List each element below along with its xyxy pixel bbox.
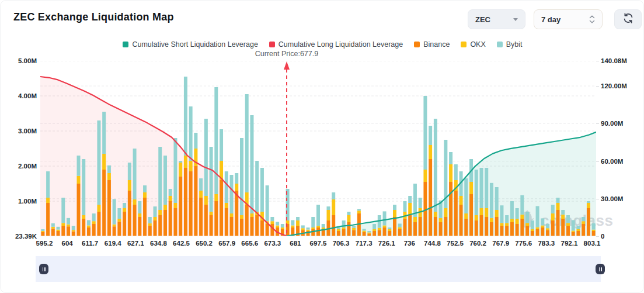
x-axis-tick: 803.1 [572, 240, 612, 247]
legend-swatch [269, 42, 275, 47]
legend-swatch [123, 42, 128, 47]
zoom-brush-track[interactable] [36, 256, 601, 282]
right-axis-tick: 140.08M [601, 57, 642, 65]
chevron-down-icon [513, 18, 518, 21]
brush-handle-right[interactable] [596, 264, 605, 274]
symbol-select-value: ZEC [475, 15, 490, 24]
right-axis-tick: 60.00M [601, 157, 642, 166]
timeframe-select-value: 7 day [541, 15, 561, 24]
liquidation-chart[interactable] [40, 61, 596, 236]
legend-item-1[interactable]: Cumulative Long Liquidation Leverage [269, 40, 403, 49]
brush-handle-left[interactable] [39, 264, 48, 274]
right-axis-tickmark [596, 86, 599, 87]
right-axis-tick: 30.00M [601, 195, 642, 203]
right-axis-tick: 90.00M [601, 119, 642, 127]
legend-item-4[interactable]: Bybit [497, 40, 523, 49]
timeframe-select[interactable]: 7 day [534, 9, 603, 29]
left-axis-tick: 2.00M [1, 162, 37, 170]
right-axis-tickmark [596, 161, 599, 162]
symbol-select[interactable]: ZEC [468, 9, 525, 29]
legend-swatch [461, 42, 467, 47]
right-axis-tick: 0 [601, 232, 642, 240]
left-axis-tick: 1.00M [1, 197, 37, 205]
legend-swatch [414, 42, 420, 47]
refresh-button[interactable] [614, 9, 642, 29]
legend-item-0[interactable]: Cumulative Short Liquidation Leverage [123, 40, 257, 49]
legend-item-2[interactable]: Binance [414, 40, 450, 49]
x-axis-labels: 595.2604611.7619.4627.1634.8642.5650.265… [1, 240, 644, 249]
legend-label: Cumulative Short Liquidation Leverage [132, 40, 257, 49]
refresh-icon [622, 12, 634, 26]
legend-label: Bybit [506, 40, 523, 49]
right-axis-tickmark [596, 199, 599, 199]
left-axis-tick: 3.00M [1, 127, 37, 135]
left-axis-tick: 4.00M [1, 92, 37, 100]
right-axis-tick: 120.00M [601, 82, 642, 90]
legend-label: OKX [470, 40, 485, 49]
right-axis-tickmark [596, 123, 599, 124]
current-price-label: Current Price:677.9 [234, 50, 339, 58]
legend-label: Cumulative Long Liquidation Leverage [279, 40, 403, 49]
chart-legend: Cumulative Short Liquidation LeverageCum… [1, 40, 644, 49]
left-axis-tick: 5.00M [1, 57, 37, 65]
legend-swatch [497, 42, 503, 47]
page-title: ZEC Exchange Liquidation Map [13, 11, 174, 23]
right-axis-tickmark [596, 61, 599, 61]
legend-item-3[interactable]: OKX [461, 40, 485, 49]
legend-label: Binance [423, 40, 450, 49]
right-axis-tickmark [596, 236, 599, 237]
spinner-arrows-icon [589, 15, 595, 23]
liquidation-map-widget: ZEC Exchange Liquidation Map ZEC 7 day C… [0, 0, 644, 293]
left-axis-tick: 23.39K [1, 232, 37, 240]
